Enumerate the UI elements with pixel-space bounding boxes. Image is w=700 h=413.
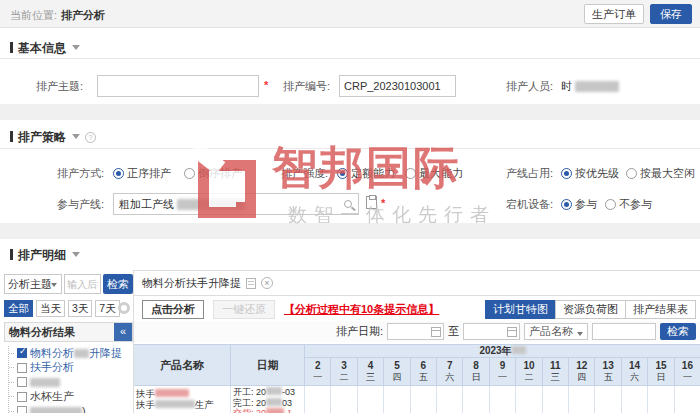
gantt-grid-cells bbox=[305, 386, 700, 413]
radio-downtime-join[interactable]: 参与 bbox=[561, 197, 597, 212]
sidebar-search-button[interactable]: 检索 bbox=[103, 274, 133, 294]
downtime-label: 宕机设备: bbox=[506, 197, 553, 212]
checkbox[interactable] bbox=[17, 392, 27, 402]
close-tab-icon[interactable] bbox=[261, 277, 273, 289]
note-icon[interactable] bbox=[246, 278, 256, 289]
radio-icon[interactable] bbox=[113, 168, 124, 179]
gantt-cell[interactable] bbox=[595, 386, 621, 413]
radio-icon[interactable] bbox=[561, 168, 572, 179]
day-column-header: 10 二 bbox=[516, 358, 542, 385]
number-input[interactable] bbox=[339, 75, 456, 97]
gantt-cell[interactable] bbox=[437, 386, 463, 413]
tree-item[interactable]: ) bbox=[9, 404, 133, 413]
gantt-cell[interactable] bbox=[305, 386, 331, 413]
redacted-date bbox=[266, 398, 282, 406]
view-tab-button[interactable]: 排产结果表 bbox=[625, 300, 696, 319]
production-order-button[interactable]: 生产订单 bbox=[584, 4, 644, 24]
day-column-header: 9 一 bbox=[490, 358, 516, 385]
time-filter-button[interactable]: 当天 bbox=[36, 300, 65, 317]
section-gap bbox=[0, 223, 700, 239]
radio-icon[interactable] bbox=[626, 168, 637, 179]
gantt-search-button[interactable]: 检索 bbox=[660, 323, 696, 340]
section-detail[interactable]: 排产明细 bbox=[10, 247, 80, 264]
analyze-button[interactable]: 点击分析 bbox=[142, 300, 204, 319]
filter-settings-icon[interactable] bbox=[118, 302, 130, 314]
calendar-icon[interactable] bbox=[507, 327, 517, 337]
product-search-input[interactable] bbox=[592, 323, 656, 340]
tree-item[interactable]: 物料分析升降提 bbox=[9, 346, 133, 361]
search-icon[interactable] bbox=[344, 200, 352, 208]
time-filter-button[interactable]: 7天 bbox=[95, 300, 119, 317]
radio-backward-scheduling[interactable]: 倒序排产 bbox=[184, 166, 242, 181]
save-button[interactable]: 保存 bbox=[650, 4, 692, 24]
subject-select[interactable]: 分析主题 bbox=[4, 274, 62, 294]
gantt-cell[interactable] bbox=[384, 386, 410, 413]
time-filter-button[interactable]: 全部 bbox=[4, 300, 33, 317]
checkbox[interactable] bbox=[17, 363, 27, 373]
radio-by-max-idle[interactable]: 按最大空闲 bbox=[626, 166, 695, 181]
gantt-cell[interactable] bbox=[411, 386, 437, 413]
time-filter-button[interactable]: 3天 bbox=[68, 300, 92, 317]
radio-forward-scheduling[interactable]: 正序排产 bbox=[113, 166, 171, 181]
day-column-header: 4 三 bbox=[358, 358, 384, 385]
date-from-input[interactable] bbox=[387, 323, 444, 340]
chevron-down-icon[interactable] bbox=[72, 45, 80, 50]
day-column-header: 5 四 bbox=[384, 358, 410, 385]
alert-messages-link[interactable]: 【分析过程中有10条提示信息】 bbox=[284, 302, 439, 317]
gantt-cell[interactable] bbox=[463, 386, 489, 413]
gantt-cell[interactable] bbox=[675, 386, 700, 413]
radio-icon[interactable] bbox=[405, 168, 416, 179]
tree-item[interactable] bbox=[9, 375, 133, 390]
gantt-cell[interactable] bbox=[569, 386, 595, 413]
analysis-toolbar: 点击分析 一键还原 【分析过程中有10条提示信息】 计划甘特图资源负荷图排产结果… bbox=[134, 299, 700, 319]
gantt-cell[interactable] bbox=[358, 386, 384, 413]
radio-icon[interactable] bbox=[184, 168, 195, 179]
gantt-cell[interactable] bbox=[648, 386, 674, 413]
restore-button[interactable]: 一键还原 bbox=[213, 300, 275, 319]
radio-quota-capacity[interactable]: 定额能力 bbox=[337, 166, 395, 181]
help-icon[interactable] bbox=[85, 132, 96, 143]
intensity-label: 排产强度: bbox=[281, 166, 328, 181]
section-bar bbox=[10, 42, 13, 53]
radio-icon[interactable] bbox=[337, 168, 348, 179]
subject-input[interactable] bbox=[97, 75, 259, 97]
calendar-icon[interactable] bbox=[431, 327, 441, 337]
radio-icon[interactable] bbox=[561, 199, 572, 210]
production-lines-input[interactable]: 粗加工产线 bbox=[113, 193, 359, 215]
view-tab-button[interactable]: 计划甘特图 bbox=[485, 300, 556, 319]
date-label: 排产日期: bbox=[336, 324, 383, 339]
day-column-header: 3 二 bbox=[331, 358, 357, 385]
redacted-text bbox=[155, 389, 189, 397]
gantt-cell[interactable] bbox=[490, 386, 516, 413]
radio-max-capacity[interactable]: 最大能力 bbox=[405, 166, 463, 181]
chevron-down-icon[interactable] bbox=[72, 252, 80, 257]
radio-by-priority[interactable]: 按优先级 bbox=[561, 166, 619, 181]
gantt-cell[interactable] bbox=[543, 386, 569, 413]
radio-icon[interactable] bbox=[605, 199, 616, 210]
checkbox[interactable] bbox=[17, 377, 27, 387]
section-basic-info[interactable]: 基本信息 bbox=[10, 40, 80, 57]
gantt-row-dates: 开工: 20-03 完工: 2003 交货: 20-1 bbox=[231, 386, 305, 413]
product-field-select[interactable]: 产品名称 bbox=[524, 323, 588, 340]
checkbox[interactable] bbox=[17, 348, 27, 358]
section-strategy[interactable]: 排产策略 bbox=[10, 129, 96, 146]
gantt-cell[interactable] bbox=[622, 386, 648, 413]
gantt-cell[interactable] bbox=[331, 386, 357, 413]
picker-icon[interactable] bbox=[366, 196, 377, 209]
view-tab-button[interactable]: 资源负荷图 bbox=[555, 300, 626, 319]
time-filter-group: 全部当天3天7天 bbox=[4, 300, 133, 317]
tree-item[interactable]: 扶手分析 bbox=[9, 361, 133, 376]
collapse-button[interactable]: « bbox=[114, 323, 132, 341]
redacted-date bbox=[266, 387, 282, 395]
tree-item[interactable]: 水杯生产 bbox=[9, 390, 133, 405]
day-column-header: 12 四 bbox=[569, 358, 595, 385]
chevron-down-icon[interactable] bbox=[72, 134, 80, 139]
gantt-cell[interactable] bbox=[516, 386, 542, 413]
gantt-row-product: 扶手 扶手生产 bbox=[134, 386, 231, 413]
radio-downtime-skip[interactable]: 不参与 bbox=[605, 197, 652, 212]
tab-material-analysis[interactable]: 物料分析扶手升降提 bbox=[142, 276, 241, 291]
sidebar-search-input[interactable] bbox=[64, 274, 101, 294]
checkbox[interactable] bbox=[17, 406, 27, 413]
section-bar bbox=[10, 249, 13, 260]
date-to-input[interactable] bbox=[463, 323, 520, 340]
